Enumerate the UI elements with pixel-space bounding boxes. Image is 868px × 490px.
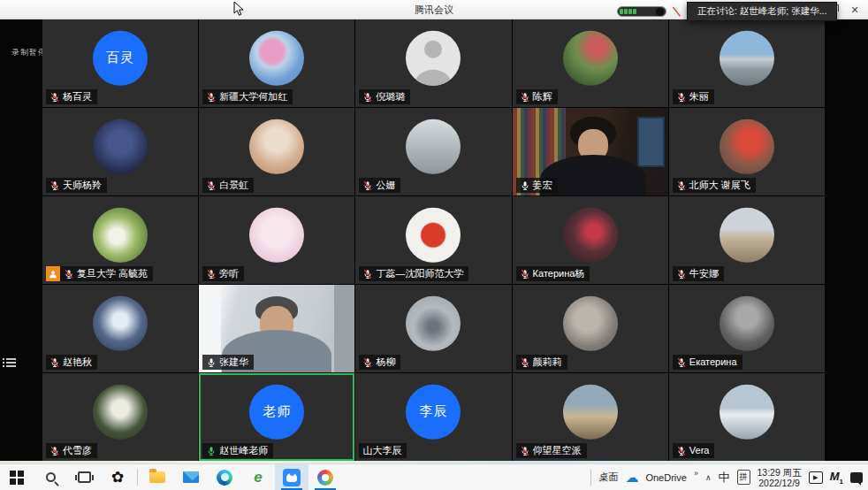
tencent-meeting-icon[interactable] — [275, 464, 308, 490]
photo-avatar — [249, 207, 304, 262]
muted-mic-icon — [362, 357, 373, 368]
speaking-notification: 正在讨论: 赵世峰老师; 张建华... — [617, 2, 837, 21]
participant-tile[interactable]: Vera — [669, 373, 825, 461]
participant-tile[interactable]: 天师杨羚 — [42, 108, 198, 195]
participant-tile[interactable]: 旁听 — [199, 196, 354, 284]
participant-tile[interactable]: 牛安娜 — [669, 196, 825, 284]
muted-mic-icon — [64, 269, 74, 279]
participant-label: Екатерина — [673, 355, 742, 370]
start-button[interactable] — [0, 464, 34, 490]
participant-tile[interactable]: 姜宏 — [513, 108, 668, 195]
muted-mic-icon — [49, 180, 60, 191]
recording-paused-status: 录制暂停 — [11, 47, 47, 58]
photo-avatar — [249, 30, 304, 85]
participant-name: 代雪彦 — [63, 445, 92, 456]
participant-label: 赵世峰老师 — [202, 443, 273, 458]
edge-icon[interactable] — [208, 464, 241, 490]
muted-mic-icon — [520, 446, 530, 456]
muted-mic-icon — [362, 180, 373, 191]
photo-avatar — [249, 119, 304, 173]
audio-level-meter — [617, 6, 666, 17]
participant-tile[interactable]: 新疆大学何加红 — [199, 19, 354, 107]
participant-tile[interactable]: 朱丽 — [669, 19, 825, 107]
app-icon-pinwheel-color[interactable] — [308, 464, 342, 490]
participant-tile[interactable]: Екатерина — [669, 285, 825, 372]
participant-tile[interactable]: 仰望星空派 — [513, 373, 668, 461]
participant-label: 杨百灵 — [46, 89, 97, 104]
participant-label: 新疆大学何加红 — [202, 89, 293, 104]
participant-grid: 百灵杨百灵新疆大学何加红倪璐璐陈辉朱丽天师杨羚白景虹公姗姜宏北师大 谢展飞复旦大… — [42, 19, 825, 461]
participant-tile[interactable]: 颜莉莉 — [513, 285, 668, 372]
file-explorer-icon[interactable] — [141, 464, 174, 490]
action-center-icon[interactable] — [850, 472, 863, 483]
participant-tile[interactable]: 李辰山大李辰 — [355, 373, 511, 461]
photo-avatar — [406, 119, 461, 173]
participant-tile[interactable]: 老师赵世峰老师 — [199, 373, 354, 461]
participant-name: 朱丽 — [689, 91, 709, 103]
app-icon-pinwheel-black[interactable]: ✿ — [101, 464, 134, 490]
internet-explorer-icon[interactable]: e — [241, 464, 275, 490]
participant-name: 杨百灵 — [63, 91, 92, 103]
participant-label: 姜宏 — [516, 178, 558, 193]
close-button[interactable]: ✕ — [843, 0, 866, 19]
taskbar-clock[interactable]: 13:29 周五 2022/12/9 — [758, 467, 802, 488]
participant-tile[interactable]: 丁蕊—沈阳师范大学 — [355, 196, 511, 284]
participant-tile[interactable]: Катерина杨 — [513, 196, 668, 284]
photo-avatar — [93, 207, 148, 262]
default-avatar — [406, 30, 461, 85]
mail-icon[interactable] — [174, 464, 208, 490]
participant-tile[interactable]: 张建华 — [199, 285, 354, 372]
photo-avatar — [406, 295, 461, 350]
participant-name: 倪璐璐 — [376, 91, 405, 103]
participant-name: 仰望星空派 — [533, 445, 582, 456]
participant-tile[interactable]: 代雪彦 — [42, 373, 198, 461]
window-title: 腾讯会议 — [415, 4, 453, 17]
participant-tile[interactable]: 赵艳秋 — [42, 285, 198, 372]
participant-label: 代雪彦 — [46, 443, 97, 458]
photo-avatar — [720, 30, 774, 85]
photo-avatar — [93, 119, 148, 173]
photo-avatar — [563, 295, 618, 350]
mouse-cursor — [232, 1, 245, 17]
participant-tile[interactable]: 杨柳 — [355, 285, 511, 372]
muted-mic-icon — [676, 180, 687, 191]
photo-avatar — [93, 295, 148, 350]
task-view-button[interactable] — [67, 464, 101, 490]
participant-name: 牛安娜 — [689, 268, 719, 279]
ime-pinyin-indicator[interactable]: 拼 — [737, 470, 750, 485]
onedrive-label[interactable]: OneDrive — [645, 472, 686, 483]
participant-name: 丁蕊—沈阳师范大学 — [376, 268, 463, 279]
windows-ink-icon[interactable]: M1 — [830, 470, 843, 486]
muted-mic-icon — [206, 92, 217, 103]
media-player-tray-icon[interactable]: ▶ — [809, 471, 823, 484]
muted-mic-icon — [676, 357, 687, 368]
member-badge-icon — [46, 266, 60, 281]
participant-tile[interactable]: 复旦大学 高毓苑 — [42, 196, 198, 284]
sidebar-toggle-icon[interactable] — [3, 356, 16, 369]
photo-avatar — [720, 119, 774, 173]
participant-tile[interactable]: 白景虹 — [199, 108, 354, 195]
muted-mic-icon — [206, 269, 217, 279]
clock-time: 13:29 周五 — [758, 467, 802, 478]
ime-language-indicator[interactable]: 中 — [719, 470, 730, 486]
muted-mic-icon — [362, 92, 373, 103]
search-button[interactable] — [34, 464, 67, 490]
participant-label: 天师杨羚 — [46, 178, 107, 193]
participant-tile[interactable]: 倪璐璐 — [355, 19, 511, 107]
participant-tile[interactable]: 百灵杨百灵 — [42, 19, 198, 107]
initials-avatar: 老师 — [249, 384, 304, 439]
participant-tile[interactable]: 公姗 — [355, 108, 511, 195]
participant-tile[interactable]: 陈辉 — [513, 19, 668, 107]
participant-name: 复旦大学 高毓苑 — [77, 268, 148, 279]
onedrive-icon[interactable]: ☁ — [625, 471, 638, 484]
toolbar-overflow-chevron[interactable]: » — [694, 469, 698, 478]
hidden-icons-chevron[interactable]: ∧ — [705, 473, 712, 482]
participant-tile[interactable]: 北师大 谢展飞 — [669, 108, 825, 195]
desktop-toolbar[interactable]: 桌面 — [598, 471, 618, 484]
participant-name: Vera — [689, 445, 710, 456]
now-speaking-tooltip: 正在讨论: 赵世峰老师; 张建华... — [687, 2, 837, 21]
participant-name: 白景虹 — [219, 180, 248, 191]
participant-label: 山大李辰 — [359, 443, 407, 458]
participant-label: 牛安娜 — [673, 266, 724, 281]
participant-name: Екатерина — [689, 356, 737, 368]
